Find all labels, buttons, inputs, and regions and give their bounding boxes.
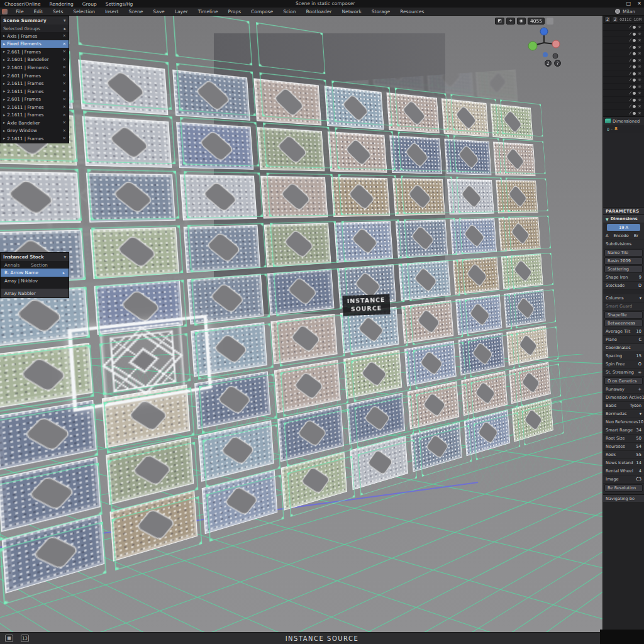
- outliner-item[interactable]: ▸2.1611 | Frames✕: [1, 87, 69, 96]
- parameter-row-shape-iron[interactable]: Shape Iron9: [603, 274, 644, 282]
- parameter-row-basis[interactable]: BasisTyson: [603, 402, 644, 410]
- collapse-icon[interactable]: ▾: [64, 18, 66, 23]
- parameter-value[interactable]: 10: [638, 419, 643, 425]
- edit-icon[interactable]: ⁄: [630, 51, 631, 55]
- render-icon[interactable]: ☼: [638, 104, 641, 108]
- layer-row[interactable]: ⁄●☼: [603, 57, 644, 64]
- expand-caret-icon[interactable]: ▸: [3, 42, 5, 47]
- viewport-3d[interactable]: INSTANCE SOURCE ◩+◉4055 2?: [0, 16, 602, 632]
- outliner-group-row[interactable]: Selected Groups▸: [1, 25, 69, 32]
- render-icon[interactable]: ☼: [638, 58, 641, 62]
- visibility-icon[interactable]: ●: [633, 97, 636, 102]
- parameter-value[interactable]: 9: [639, 275, 641, 280]
- hud-tool-icon[interactable]: +: [506, 18, 515, 25]
- parameter-row-spin-free[interactable]: Spin FreeO: [603, 360, 644, 369]
- object-breadcrumb[interactable]: Dimensioned: [603, 116, 644, 125]
- parameter-row-name-tile[interactable]: Name Tile: [604, 249, 643, 257]
- menubar-menu-item[interactable]: Bootloader: [306, 9, 331, 14]
- edit-icon[interactable]: ⁄: [630, 104, 631, 108]
- remove-icon[interactable]: ✕: [63, 33, 66, 38]
- parameter-row-neo-references[interactable]: Neo References10: [603, 418, 644, 426]
- menubar-menu-item[interactable]: Compose: [251, 9, 273, 14]
- visibility-icon[interactable]: ●: [633, 58, 636, 62]
- parameter-row-runaway[interactable]: Runaway+: [603, 386, 644, 394]
- render-icon[interactable]: ☼: [638, 91, 641, 95]
- remove-icon[interactable]: ✕: [63, 49, 66, 54]
- parameter-row-shapefile[interactable]: Shapefile: [604, 311, 643, 319]
- outliner-item[interactable]: ▸Axis | Frames✕: [1, 32, 69, 40]
- parameter-row-smart-range[interactable]: Smart Range34: [603, 426, 644, 435]
- edit-icon[interactable]: ⁄: [630, 45, 631, 49]
- edit-icon[interactable]: ⁄: [630, 84, 631, 89]
- parameter-row-19-a[interactable]: 19 A: [607, 224, 640, 231]
- remove-icon[interactable]: ✕: [63, 113, 66, 118]
- render-icon[interactable]: ☼: [638, 77, 641, 82]
- parameter-value[interactable]: +: [638, 387, 641, 392]
- layer-row[interactable]: ⁄●☼: [603, 64, 644, 70]
- parameter-value[interactable]: Tyson: [630, 403, 641, 408]
- sidebar-stat-button[interactable]: 2: [612, 16, 618, 23]
- remove-icon[interactable]: ✕: [63, 89, 66, 94]
- render-icon[interactable]: ☼: [638, 84, 641, 89]
- visibility-icon[interactable]: ●: [633, 77, 636, 82]
- parameter-row-rook[interactable]: Rook55: [603, 451, 644, 459]
- layer-row[interactable]: ⁄●☼: [603, 90, 644, 97]
- render-icon[interactable]: ☼: [638, 25, 641, 29]
- titlebar-menu-item[interactable]: Settings/Hg: [106, 1, 133, 7]
- menubar-menu-item[interactable]: Insert: [105, 9, 119, 14]
- parameter-row-news-iceland[interactable]: News Iceland14: [603, 459, 644, 467]
- parameter-row-basin-2009[interactable]: Basin 2009: [604, 257, 643, 265]
- outliner-item[interactable]: ▸2.1601 | Elements✕: [1, 64, 69, 72]
- layer-row[interactable]: ⁄●☼: [603, 44, 644, 51]
- viewport-help-icon[interactable]: 2: [545, 60, 552, 67]
- render-icon[interactable]: ☼: [638, 31, 641, 36]
- render-icon[interactable]: ☼: [638, 64, 641, 69]
- render-icon[interactable]: ☼: [638, 51, 641, 55]
- outliner-item[interactable]: ▸Axle Bandelier✕: [1, 119, 69, 127]
- expand-caret-icon[interactable]: ▸: [3, 136, 5, 141]
- restore-window-icon[interactable]: □: [626, 0, 631, 8]
- menubar-menu-item[interactable]: Selection: [73, 9, 95, 14]
- parameter-value[interactable]: ∞: [638, 370, 642, 375]
- menubar-menu-item[interactable]: Props: [228, 9, 242, 14]
- hud-ghost-button[interactable]: [547, 18, 553, 25]
- visibility-icon[interactable]: ●: [633, 111, 636, 115]
- parameter-row-image[interactable]: ImageC3: [603, 475, 644, 484]
- outliner-item[interactable]: ▸2.1601 | Bandelier✕: [1, 56, 69, 64]
- parameter-value[interactable]: 55: [636, 452, 641, 457]
- stock-footer-row[interactable]: Array Nabbler: [1, 289, 69, 297]
- outliner-item[interactable]: ▸2.1611 | Frames✕: [1, 103, 69, 111]
- edit-icon[interactable]: ⁄: [630, 64, 631, 69]
- parameter-row-be-resolution[interactable]: Be Resolution: [604, 484, 643, 492]
- expand-caret-icon[interactable]: ▸: [3, 81, 5, 86]
- outliner-item[interactable]: ▸2.1611 | Frames✕: [1, 111, 69, 119]
- menubar-menu-item[interactable]: Network: [341, 9, 361, 14]
- layer-row[interactable]: ⁄●☼: [603, 50, 644, 57]
- expand-caret-icon[interactable]: ▸: [3, 73, 5, 78]
- edit-icon[interactable]: ⁄: [630, 77, 631, 82]
- parameter-row-rental-wheel[interactable]: Rental Wheel4: [603, 467, 644, 475]
- menubar-menu-item[interactable]: Layer: [175, 9, 188, 14]
- parameter-row-root-size[interactable]: Root Size50: [603, 435, 644, 443]
- app-icon[interactable]: [2, 9, 8, 14]
- menubar-menu-item[interactable]: Sets: [53, 9, 63, 14]
- workspace-label[interactable]: Milan: [623, 9, 635, 14]
- remove-icon[interactable]: ✕: [63, 42, 66, 47]
- parameter-value[interactable]: 18rz: [642, 395, 644, 400]
- parameter-value[interactable]: 14: [636, 460, 641, 465]
- axis-gizmo[interactable]: [526, 26, 562, 62]
- remove-icon[interactable]: ✕: [63, 57, 66, 62]
- expand-caret-icon[interactable]: ▸: [3, 104, 5, 109]
- menubar-menu-item[interactable]: Scion: [283, 9, 296, 14]
- menubar-menu-item[interactable]: Scene: [128, 9, 143, 14]
- expand-caret-icon[interactable]: ▸: [3, 120, 5, 125]
- parameter-value[interactable]: C3: [636, 477, 641, 482]
- visibility-icon[interactable]: ●: [633, 45, 636, 49]
- outliner-item[interactable]: ▸2.661 | Frames✕: [1, 48, 69, 56]
- expand-caret-icon[interactable]: ▸: [3, 49, 5, 54]
- parameter-row-neuroses[interactable]: Neuroses54: [603, 443, 644, 451]
- visibility-icon[interactable]: ●: [633, 64, 636, 69]
- visibility-icon[interactable]: ●: [633, 31, 636, 36]
- group-toggle-icon[interactable]: ▸: [64, 26, 66, 31]
- stock-item[interactable]: B. Arrow Name▸: [1, 269, 69, 277]
